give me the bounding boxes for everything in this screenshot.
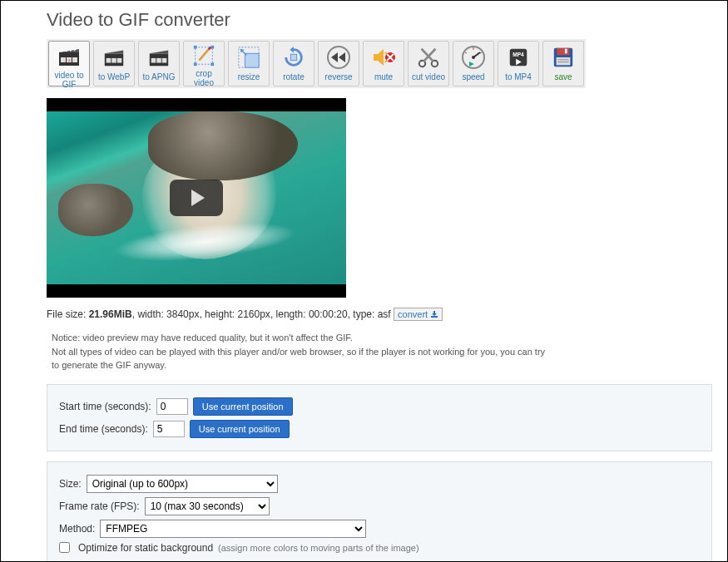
tool-cut-video[interactable]: cut video: [408, 41, 449, 86]
type-value: asf: [378, 308, 391, 320]
svg-point-47: [472, 56, 475, 59]
file-info: File size: 21.96MiB, width: 3840px, heig…: [47, 308, 712, 321]
svg-rect-13: [117, 58, 122, 63]
svg-rect-54: [565, 49, 567, 54]
svg-marker-14: [105, 51, 123, 54]
tool-video-to-gif[interactable]: 2 4 5 video to GIF: [48, 41, 90, 86]
svg-marker-34: [374, 49, 384, 66]
tool-label: mute: [374, 72, 393, 81]
video-preview[interactable]: [47, 98, 346, 298]
filesize-label: File size:: [47, 308, 89, 320]
width-value: 3840px: [166, 308, 199, 320]
resize-icon: [235, 44, 262, 71]
convert-link-label: convert: [398, 309, 428, 319]
svg-rect-23: [194, 62, 197, 66]
filesize-value: 21.96MiB: [89, 308, 132, 320]
clapperboard-icon: 2 4 5: [56, 44, 82, 69]
speedometer-icon: [460, 44, 487, 71]
play-button[interactable]: [170, 180, 223, 216]
page-title: Video to GIF converter: [47, 9, 712, 31]
mute-icon: [370, 44, 397, 71]
tool-label: to MP4: [505, 72, 532, 81]
svg-marker-59: [432, 311, 437, 316]
end-time-label: End time (seconds):: [59, 423, 148, 435]
svg-rect-11: [106, 58, 111, 63]
start-time-label: Start time (seconds):: [59, 401, 151, 412]
svg-rect-55: [557, 57, 571, 65]
end-time-input[interactable]: [153, 421, 185, 437]
tool-to-webp[interactable]: to WebP: [93, 41, 135, 86]
rewind-icon: [325, 44, 352, 71]
tool-save[interactable]: save: [542, 41, 584, 86]
clapperboard-icon: [146, 44, 172, 71]
fps-label: Frame rate (FPS):: [59, 500, 140, 512]
tool-crop-video[interactable]: crop video: [183, 41, 225, 86]
svg-rect-24: [210, 62, 214, 66]
svg-rect-30: [290, 54, 296, 60]
mp4-icon: MP4: [505, 44, 532, 71]
tool-speed[interactable]: speed: [453, 41, 494, 86]
notice-text: Notice: video preview may have reduced q…: [52, 331, 551, 372]
tool-label: crop video: [185, 69, 223, 87]
type-label: , type:: [348, 308, 375, 320]
tool-label: reverse: [324, 72, 352, 81]
use-current-end-button[interactable]: Use current position: [190, 420, 290, 438]
svg-rect-18: [162, 58, 167, 63]
svg-line-41: [422, 49, 433, 62]
use-current-start-button[interactable]: Use current position: [193, 397, 293, 416]
tool-mute[interactable]: mute: [363, 41, 404, 86]
svg-rect-17: [156, 58, 161, 63]
tool-label: rotate: [283, 72, 305, 81]
notice-line1: Notice: video preview may have reduced q…: [52, 333, 353, 343]
svg-rect-27: [245, 53, 259, 67]
method-label: Method:: [59, 523, 95, 535]
time-panel: Start time (seconds): Use current positi…: [47, 384, 712, 451]
size-label: Size:: [59, 478, 82, 490]
fps-select[interactable]: 10 (max 30 seconds): [145, 497, 270, 515]
convert-link[interactable]: convert: [394, 308, 443, 321]
length-value: 00:00:20: [309, 308, 348, 320]
start-time-input[interactable]: [156, 398, 188, 415]
svg-rect-53: [557, 48, 570, 55]
toolbar: 2 4 5 video to GIF to WebP to APNG crop …: [47, 39, 586, 88]
tool-rotate[interactable]: rotate: [273, 41, 314, 86]
tool-label: video to GIF: [50, 71, 88, 89]
svg-rect-3: [72, 57, 77, 62]
clapperboard-icon: [101, 44, 127, 71]
tool-label: to WebP: [98, 72, 130, 81]
notice-line2: Not all types of video can be played wit…: [52, 347, 545, 371]
tool-reverse[interactable]: reverse: [318, 41, 359, 86]
tool-label: save: [554, 72, 572, 81]
height-value: 2160px: [238, 308, 270, 320]
tool-label: cut video: [412, 72, 445, 81]
tool-to-apng[interactable]: to APNG: [138, 41, 180, 86]
tool-label: resize: [238, 72, 260, 81]
tool-label: to APNG: [143, 72, 176, 81]
settings-panel: Size: Original (up to 600px) Frame rate …: [47, 461, 712, 563]
svg-rect-58: [431, 316, 438, 318]
method-select[interactable]: FFMPEG: [100, 520, 366, 538]
width-label: , width:: [132, 308, 164, 320]
svg-marker-29: [290, 47, 294, 52]
svg-rect-16: [151, 58, 156, 63]
optimize-hint: (assign more colors to moving parts of t…: [218, 543, 419, 553]
scissors-icon: [415, 44, 442, 71]
height-label: , height:: [199, 308, 235, 320]
tool-resize[interactable]: resize: [228, 41, 270, 86]
rotate-icon: [280, 44, 307, 71]
svg-marker-19: [150, 51, 168, 54]
svg-text:2 4 5: 2 4 5: [66, 58, 74, 62]
optimize-label: Optimize for static background: [78, 542, 213, 554]
crop-icon: [191, 44, 217, 67]
svg-text:MP4: MP4: [513, 52, 524, 57]
length-label: , length:: [270, 308, 306, 320]
tool-label: speed: [462, 72, 484, 81]
tool-to-mp4[interactable]: MP4 to MP4: [498, 41, 539, 86]
svg-line-6: [62, 50, 63, 52]
optimize-checkbox[interactable]: [59, 542, 70, 553]
play-icon: [191, 190, 205, 206]
size-select[interactable]: Original (up to 600px): [87, 475, 278, 493]
svg-line-40: [423, 49, 435, 62]
floppy-disk-icon: [550, 44, 577, 71]
svg-rect-12: [111, 58, 116, 63]
